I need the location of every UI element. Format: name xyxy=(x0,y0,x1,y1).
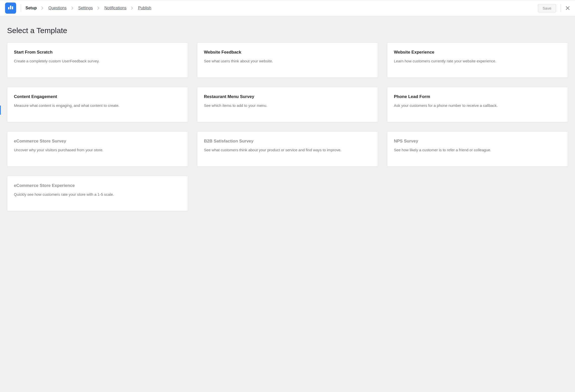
template-card-desc: Learn how customers currently rate your … xyxy=(394,58,561,64)
template-card-title: eCommerce Store Survey xyxy=(14,139,181,144)
template-card-desc: Quickly see how customers rate your stor… xyxy=(14,192,181,197)
chevron-right-icon xyxy=(131,6,133,10)
template-card-restaurant-menu-survey[interactable]: Restaurant Menu Survey See which items t… xyxy=(197,87,378,122)
logo-icon xyxy=(5,3,16,14)
template-card-title: B2B Satisfaction Survey xyxy=(204,139,371,144)
breadcrumb-publish[interactable]: Publish xyxy=(138,6,151,10)
breadcrumb-settings[interactable]: Settings xyxy=(78,6,93,10)
template-card-website-experience[interactable]: Website Experience Learn how customers c… xyxy=(387,42,568,78)
template-card-title: Restaurant Menu Survey xyxy=(204,94,371,99)
chevron-right-icon xyxy=(97,6,100,10)
chevron-right-icon xyxy=(41,6,44,10)
template-card-phone-lead-form[interactable]: Phone Lead Form Ask your customers for a… xyxy=(387,87,568,122)
divider xyxy=(21,4,21,12)
template-card-desc: Uncover why your visitors purchased from… xyxy=(14,147,181,153)
template-grid: Start From Scratch Create a completely c… xyxy=(7,42,568,211)
page-title: Select a Template xyxy=(7,26,568,35)
close-button[interactable] xyxy=(565,6,570,10)
template-card-start-from-scratch[interactable]: Start From Scratch Create a completely c… xyxy=(7,42,188,78)
template-card-title: Start From Scratch xyxy=(14,50,181,55)
template-card-desc: See what users think about your website. xyxy=(204,58,371,64)
close-icon xyxy=(565,6,570,10)
template-card-nps-survey[interactable]: NPS Survey See how likely a customer is … xyxy=(387,131,568,167)
template-card-title: Website Experience xyxy=(394,50,561,55)
left-edge-indicator xyxy=(0,106,1,115)
template-card-title: eCommerce Store Experience xyxy=(14,183,181,188)
template-card-ecommerce-store-survey[interactable]: eCommerce Store Survey Uncover why your … xyxy=(7,131,188,167)
svg-rect-0 xyxy=(8,7,9,9)
template-card-desc: See what customers think about your prod… xyxy=(204,147,371,153)
template-card-title: Website Feedback xyxy=(204,50,371,55)
page-content: Select a Template Start From Scratch Cre… xyxy=(0,16,575,221)
save-button[interactable]: Save xyxy=(538,4,556,12)
template-card-desc: Ask your customers for a phone number to… xyxy=(394,103,561,108)
template-card-desc: Create a completely custom UserFeedback … xyxy=(14,58,181,64)
template-card-desc: See how likely a customer is to refer a … xyxy=(394,147,561,153)
app-logo[interactable] xyxy=(5,3,16,14)
template-card-content-engagement[interactable]: Content Engagement Measure what content … xyxy=(7,87,188,122)
template-card-b2b-satisfaction-survey[interactable]: B2B Satisfaction Survey See what custome… xyxy=(197,131,378,167)
breadcrumbs: Setup Questions Settings Notifications P… xyxy=(26,6,151,10)
template-card-desc: Measure what content is engaging, and wh… xyxy=(14,103,181,108)
template-card-website-feedback[interactable]: Website Feedback See what users think ab… xyxy=(197,42,378,78)
breadcrumb-questions[interactable]: Questions xyxy=(48,6,66,10)
template-card-ecommerce-store-experience[interactable]: eCommerce Store Experience Quickly see h… xyxy=(7,176,188,211)
chevron-right-icon xyxy=(71,6,74,10)
template-card-title: Content Engagement xyxy=(14,94,181,99)
divider xyxy=(561,4,561,12)
top-bar: Setup Questions Settings Notifications P… xyxy=(0,0,575,16)
template-card-title: Phone Lead Form xyxy=(394,94,561,99)
template-card-title: NPS Survey xyxy=(394,139,561,144)
breadcrumb-notifications[interactable]: Notifications xyxy=(104,6,126,10)
template-card-desc: See which items to add to your menu. xyxy=(204,103,371,108)
breadcrumb-setup[interactable]: Setup xyxy=(26,6,37,10)
svg-rect-1 xyxy=(10,6,11,9)
svg-rect-2 xyxy=(12,6,13,9)
